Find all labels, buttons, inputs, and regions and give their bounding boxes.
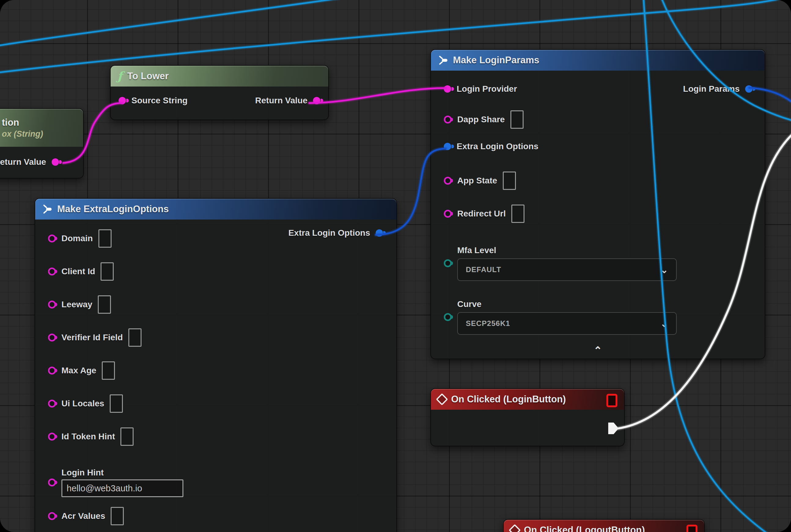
node-subtitle-fragment: ox (String) [2,129,43,139]
return-value-label-fragment: eturn Value [0,157,46,167]
make-struct-icon [42,204,52,214]
ui-locales-value-box[interactable] [110,394,123,413]
make-struct-icon [438,55,448,65]
domain-pin[interactable] [48,234,56,243]
max-age-value-box[interactable] [102,361,115,380]
app-state-pin[interactable] [444,177,452,185]
dapp-share-pin[interactable] [444,116,452,124]
node-on-clicked-logout-button[interactable]: On Clicked (LogoutButton) [503,519,705,532]
return-value-pin[interactable] [313,97,320,104]
event-diamond-icon [508,524,521,532]
login-params-out-label: Login Params [683,84,740,94]
pure-function-icon: ƒ [117,70,122,82]
login-provider-pin[interactable] [444,85,451,93]
acr-values-pin[interactable] [48,512,56,520]
verifier-id-field-pin[interactable] [48,334,56,342]
node-to-lower[interactable]: ƒ To Lower Source String Return Value [110,65,329,120]
acr-values-value-box[interactable] [111,507,124,525]
login-hint-pin[interactable] [48,478,56,487]
mfa-level-label: Mfa Level [457,246,677,255]
graph-canvas[interactable]: tion ox (String) eturn Value ƒ To Lower … [0,0,791,532]
collapse-node-chevron[interactable]: ⌃ [594,345,602,356]
leeway-label: Leeway [61,300,92,309]
event-diamond-icon [436,393,448,405]
blueprint-editor-screenshot: tion ox (String) eturn Value ƒ To Lower … [0,0,791,532]
domain-value-box[interactable] [98,229,112,248]
login-hint-value: hello@web3auth.io [66,483,142,493]
chevron-down-icon: ⌄ [660,264,668,275]
leeway-pin[interactable] [48,301,56,308]
node-on-clicked-login-button[interactable]: On Clicked (LoginButton) [430,388,625,446]
mfa-level-value: DEFAULT [466,265,501,274]
source-string-pin[interactable] [119,97,126,104]
login-provider-label: Login Provider [457,84,517,94]
verifier-id-field-value-box[interactable] [128,328,141,347]
max-age-label: Max Age [61,366,96,376]
client-id-pin[interactable] [48,268,56,276]
node-title: To Lower [127,71,168,82]
acr-values-label: Acr Values [61,511,105,521]
ui-locales-pin[interactable] [48,400,56,407]
client-id-value-box[interactable] [100,262,114,281]
node-partial-gettext[interactable]: tion ox (String) eturn Value [0,108,84,178]
node-title: Make LoginParams [453,55,539,66]
dapp-share-value-box[interactable] [510,110,524,129]
ui-locales-label: Ui Locales [61,399,104,408]
verifier-id-field-label: Verifier Id Field [61,332,123,342]
string-output-pin[interactable] [52,158,59,166]
id-token-hint-label: Id Token Hint [61,432,115,441]
node-title-fragment: tion [2,117,19,128]
login-params-output-pin[interactable] [745,85,752,93]
node-title: On Clicked (LoginButton) [451,394,566,405]
login-hint-label: Login Hint [61,468,184,478]
event-binding-icon[interactable] [606,394,617,407]
id-token-hint-pin[interactable] [48,433,56,441]
app-state-value-box[interactable] [503,172,516,190]
mfa-level-pin[interactable] [444,259,452,267]
max-age-pin[interactable] [48,366,56,375]
exec-output-pin[interactable] [608,422,619,434]
node-make-login-params[interactable]: Make LoginParams Login Provider Login Pa… [430,49,765,359]
client-id-label: Client Id [61,267,95,277]
domain-label: Domain [61,233,93,243]
chevron-down-icon: ⌄ [660,318,668,329]
redirect-url-pin[interactable] [444,210,452,218]
curve-dropdown[interactable]: SECP256K1 ⌄ [457,312,677,335]
node-make-extra-login-options[interactable]: Make ExtraLoginOptions Domain Extra Logi… [35,198,397,532]
node-title: Make ExtraLoginOptions [57,204,169,215]
extra-login-options-out-label: Extra Login Options [288,228,370,238]
curve-pin[interactable] [444,313,452,321]
leeway-value-box[interactable] [98,296,111,314]
extra-login-options-label: Extra Login Options [457,141,539,151]
redirect-url-label: Redirect Url [457,209,506,218]
event-binding-icon[interactable] [687,525,697,532]
dapp-share-label: Dapp Share [457,115,505,125]
curve-label: Curve [457,299,677,309]
id-token-hint-value-box[interactable] [120,428,134,446]
login-hint-input[interactable]: hello@web3auth.io [61,479,184,497]
mfa-level-dropdown[interactable]: DEFAULT ⌄ [457,258,677,281]
curve-value: SECP256K1 [466,319,510,328]
source-string-label: Source String [131,96,188,106]
return-value-label: Return Value [255,96,307,106]
app-state-label: App State [457,176,497,186]
redirect-url-value-box[interactable] [512,205,524,223]
extra-login-options-input-pin[interactable] [444,143,451,150]
node-title: On Clicked (LogoutButton) [524,525,645,532]
extra-login-options-output-pin[interactable] [375,229,383,236]
